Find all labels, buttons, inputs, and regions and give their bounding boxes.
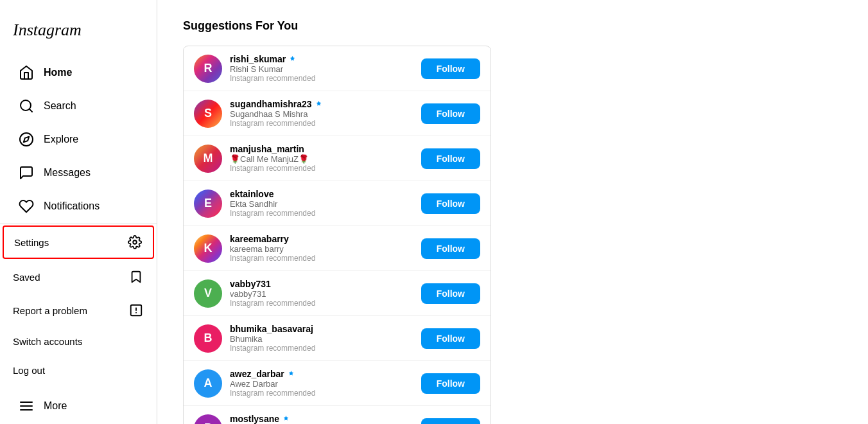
main-content: Suggestions For You R rishi_skumar Rishi…	[157, 0, 868, 424]
settings-icon	[127, 234, 143, 250]
username-row: manjusha_martin	[230, 144, 413, 154]
recommended-text: Instagram recommended	[230, 299, 413, 308]
user-info: mostlysane Prajakta Koli Instagram recom…	[230, 414, 413, 424]
username-row: rishi_skumar	[230, 54, 413, 64]
follow-button[interactable]: Follow	[421, 373, 480, 394]
user-info: awez_darbar Awez Darbar Instagram recomm…	[230, 369, 413, 398]
username-row: awez_darbar	[230, 369, 413, 379]
suggestion-item: R rishi_skumar Rishi S Kumar Instagram r…	[184, 46, 490, 91]
username: sugandhamishra23	[230, 99, 312, 109]
explore-label: Explore	[44, 134, 78, 145]
avatar: E	[194, 190, 222, 218]
saved-item[interactable]: Saved	[0, 260, 157, 294]
suggestions-box: R rishi_skumar Rishi S Kumar Instagram r…	[183, 46, 491, 424]
username: mostlysane	[230, 414, 279, 424]
follow-button[interactable]: Follow	[421, 103, 480, 124]
full-name: Rishi S Kumar	[230, 64, 413, 74]
username-row: vabby731	[230, 279, 413, 289]
more-label: More	[44, 400, 67, 412]
logout-item[interactable]: Log out	[0, 356, 157, 385]
follow-button[interactable]: Follow	[421, 238, 480, 259]
suggestion-item: M manjusha_martin 🌹Call Me ManjuZ🌹 Insta…	[184, 136, 490, 181]
settings-item[interactable]: Settings	[3, 225, 154, 259]
search-label: Search	[44, 100, 76, 112]
suggestion-item: A awez_darbar Awez Darbar Instagram reco…	[184, 361, 490, 406]
user-info: manjusha_martin 🌹Call Me ManjuZ🌹 Instagr…	[230, 144, 413, 173]
sidebar-item-notifications[interactable]: Notifications	[5, 190, 152, 222]
username: manjusha_martin	[230, 144, 304, 154]
verified-badge	[282, 415, 290, 423]
recommended-text: Instagram recommended	[230, 209, 413, 218]
notifications-label: Notifications	[44, 200, 100, 212]
home-label: Home	[44, 67, 72, 78]
home-icon	[18, 64, 35, 81]
svg-line-1	[30, 109, 32, 112]
full-name: vabby731	[230, 289, 413, 299]
user-info: ektainlove Ekta Sandhir Instagram recomm…	[230, 189, 413, 218]
follow-button[interactable]: Follow	[421, 148, 480, 169]
follow-button[interactable]: Follow	[421, 193, 480, 214]
avatar: S	[194, 100, 222, 128]
avatar: M	[194, 145, 222, 173]
follow-button[interactable]: Follow	[421, 418, 480, 425]
svg-point-4	[133, 240, 137, 244]
username: kareemabarry	[230, 234, 289, 244]
sidebar-item-home[interactable]: Home	[5, 57, 152, 89]
recommended-text: Instagram recommended	[230, 164, 413, 173]
full-name: Bhumika	[230, 334, 413, 344]
sidebar: Instagram Home Search	[0, 0, 157, 424]
suggestion-item: P mostlysane Prajakta Koli Instagram rec…	[184, 406, 490, 424]
switch-accounts-item[interactable]: Switch accounts	[0, 327, 157, 356]
username: awez_darbar	[230, 369, 284, 379]
recommended-text: Instagram recommended	[230, 254, 413, 263]
saved-label: Saved	[13, 272, 40, 283]
sidebar-item-search[interactable]: Search	[5, 90, 152, 122]
username-row: ektainlove	[230, 189, 413, 199]
username-row: bhumika_basavaraj	[230, 324, 413, 334]
logout-label: Log out	[13, 365, 45, 376]
username: vabby731	[230, 279, 271, 289]
suggestion-item: V vabby731 vabby731 Instagram recommende…	[184, 271, 490, 316]
page-title: Suggestions For You	[183, 19, 842, 33]
bookmark-icon	[128, 269, 144, 285]
recommended-text: Instagram recommended	[230, 74, 413, 83]
recommended-text: Instagram recommended	[230, 389, 413, 398]
verified-badge	[288, 55, 297, 64]
avatar: K	[194, 234, 222, 263]
app-logo[interactable]: Instagram	[0, 10, 157, 55]
sidebar-item-messages[interactable]: Messages	[5, 157, 152, 189]
username: rishi_skumar	[230, 54, 286, 64]
suggestion-item: B bhumika_basavaraj Bhumika Instagram re…	[184, 316, 490, 361]
username-row: kareemabarry	[230, 234, 413, 244]
more-icon	[18, 398, 35, 414]
recommended-text: Instagram recommended	[230, 344, 413, 353]
messages-label: Messages	[44, 167, 91, 179]
follow-button[interactable]: Follow	[421, 58, 480, 79]
report-icon	[128, 303, 144, 318]
suggestion-item: K kareemabarry kareema barry Instagram r…	[184, 226, 490, 271]
notifications-icon	[18, 198, 35, 215]
explore-icon	[18, 131, 35, 148]
user-info: vabby731 vabby731 Instagram recommended	[230, 279, 413, 308]
svg-point-2	[20, 133, 33, 146]
avatar: P	[194, 414, 222, 425]
follow-button[interactable]: Follow	[421, 283, 480, 304]
avatar: A	[194, 369, 222, 398]
username: bhumika_basavaraj	[230, 324, 313, 334]
switch-accounts-label: Switch accounts	[13, 336, 82, 347]
follow-button[interactable]: Follow	[421, 328, 480, 349]
suggestion-item: E ektainlove Ekta Sandhir Instagram reco…	[184, 181, 490, 226]
user-info: sugandhamishra23 Sugandhaa S Mishra Inst…	[230, 99, 413, 128]
avatar: V	[194, 279, 222, 308]
full-name: kareema barry	[230, 244, 413, 254]
report-item[interactable]: Report a problem	[0, 294, 157, 327]
full-name: Awez Darbar	[230, 379, 413, 389]
full-name: Sugandhaa S Mishra	[230, 109, 413, 119]
user-info: kareemabarry kareema barry Instagram rec…	[230, 234, 413, 263]
full-name: 🌹Call Me ManjuZ🌹	[230, 154, 413, 164]
main-nav: Home Search Explore	[0, 55, 157, 224]
more-item[interactable]: More	[5, 390, 152, 422]
report-label: Report a problem	[13, 305, 87, 316]
sidebar-item-explore[interactable]: Explore	[5, 123, 152, 155]
suggestion-item: S sugandhamishra23 Sugandhaa S Mishra In…	[184, 91, 490, 136]
